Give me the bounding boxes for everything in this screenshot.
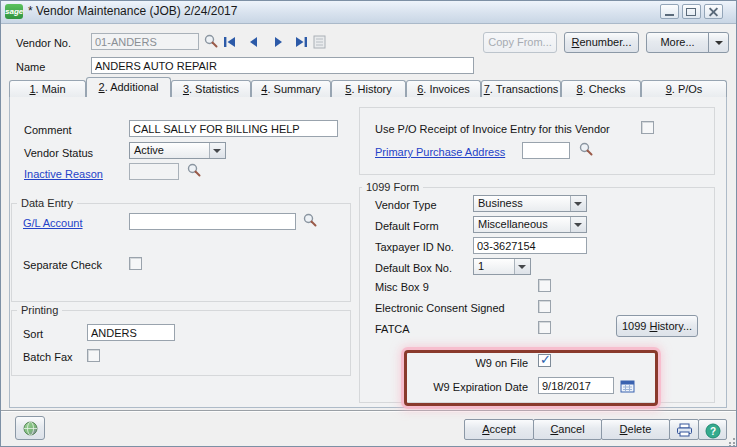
copy-from-button[interactable]: Copy From...: [483, 32, 557, 53]
window-title: * Vendor Maintenance (JOB) 2/24/2017: [28, 1, 237, 22]
electronic-consent-label: Electronic Consent Signed: [375, 302, 505, 315]
batch-fax-label: Batch Fax: [23, 351, 73, 364]
globe-icon: [22, 420, 39, 443]
comment-label: Comment: [24, 124, 72, 137]
chevron-down-icon: [570, 217, 586, 232]
batch-fax-checkbox[interactable]: [87, 349, 100, 362]
gl-account-link[interactable]: G/L Account: [23, 217, 83, 230]
close-button[interactable]: [704, 4, 723, 19]
last-record-icon[interactable]: [293, 36, 309, 50]
po-receipt-group: [359, 107, 715, 175]
maximize-icon: [686, 8, 696, 16]
tab-summary[interactable]: 4. Summary: [251, 80, 331, 97]
w9-on-file-checkbox[interactable]: ✓: [538, 354, 551, 367]
minimize-button[interactable]: [660, 4, 679, 19]
primary-purchase-address-link[interactable]: Primary Purchase Address: [375, 146, 505, 159]
default-box-no-select[interactable]: 1: [473, 258, 531, 275]
vendor-no-input[interactable]: [91, 33, 199, 50]
tab-history[interactable]: 5. History: [331, 80, 406, 97]
accept-button[interactable]: Accept: [464, 419, 534, 440]
first-record-icon[interactable]: [222, 36, 238, 50]
svg-text:?: ?: [710, 426, 716, 437]
electronic-consent-checkbox[interactable]: [538, 300, 551, 313]
vendor-no-label: Vendor No.: [16, 37, 71, 50]
primary-purchase-input[interactable]: [522, 142, 570, 159]
more-dropdown-button[interactable]: [708, 32, 729, 53]
resize-grip[interactable]: [727, 437, 736, 447]
form-1099-group-label: 1099 Form: [362, 181, 423, 194]
tab-invoices[interactable]: 6. Invoices: [406, 80, 481, 97]
cancel-button[interactable]: Cancel: [533, 419, 602, 440]
close-icon: [708, 7, 718, 17]
default-box-no-label: Default Box No.: [375, 262, 452, 275]
delete-button[interactable]: Delete: [601, 419, 670, 440]
minimize-icon: [665, 14, 674, 16]
printing-group-label: Printing: [17, 304, 62, 317]
default-form-value: Miscellaneous: [478, 218, 548, 230]
w9-expiration-date-input[interactable]: [538, 377, 614, 394]
separate-check-label: Separate Check: [23, 259, 102, 272]
help-icon: ?: [705, 423, 721, 445]
vendor-status-label: Vendor Status: [24, 147, 93, 160]
po-receipt-checkbox[interactable]: [641, 121, 654, 134]
gl-account-input[interactable]: [129, 213, 296, 230]
inactive-reason-lookup-icon[interactable]: [186, 162, 202, 180]
memo-icon[interactable]: [313, 35, 326, 51]
taxpayer-id-input[interactable]: [473, 237, 587, 254]
tab-label: 5. History: [345, 83, 391, 95]
default-form-select[interactable]: Miscellaneous: [473, 216, 587, 233]
tab-label: 9. P/Os: [666, 83, 703, 95]
name-input[interactable]: [91, 57, 474, 74]
tab-pos[interactable]: 9. P/Os: [641, 80, 727, 97]
more-button[interactable]: More...: [646, 32, 709, 53]
vendor-maintenance-window: sage * Vendor Maintenance (JOB) 2/24/201…: [0, 0, 737, 447]
check-icon: ✓: [540, 352, 551, 367]
vendor-status-select[interactable]: Active: [129, 142, 226, 159]
comment-input[interactable]: [129, 120, 338, 137]
tab-statistics[interactable]: 3. Statistics: [171, 80, 251, 97]
name-label: Name: [16, 61, 45, 74]
tab-label: 4. Summary: [261, 83, 320, 95]
po-receipt-label: Use P/O Receipt of Invoice Entry for thi…: [375, 123, 610, 136]
web-button[interactable]: [15, 416, 45, 440]
help-button[interactable]: ?: [698, 419, 727, 440]
history-1099-button[interactable]: 1099 History...: [616, 315, 698, 337]
vendor-type-select[interactable]: Business: [473, 195, 587, 212]
chevron-down-icon: [570, 196, 586, 211]
tab-label: 3. Statistics: [183, 83, 239, 95]
tab-label: 6. Invoices: [417, 83, 470, 95]
inactive-reason-input[interactable]: [129, 163, 179, 180]
taxpayer-id-label: Taxpayer ID No.: [375, 241, 454, 254]
tab-additional[interactable]: 2. Additional: [86, 77, 171, 97]
footer-divider: [1, 410, 736, 412]
calendar-icon[interactable]: [620, 379, 635, 395]
tab-main[interactable]: 1. Main: [9, 80, 86, 97]
previous-record-icon[interactable]: [246, 36, 262, 50]
w9-on-file-label: W9 on File: [421, 357, 528, 370]
fatca-label: FATCA: [375, 323, 410, 336]
sort-input[interactable]: [87, 324, 175, 341]
vendor-type-label: Vendor Type: [375, 199, 437, 212]
vendor-status-value: Active: [134, 144, 164, 156]
chevron-down-icon: [209, 143, 225, 158]
next-record-icon[interactable]: [270, 36, 286, 50]
printer-icon: [676, 423, 693, 443]
renumber-button[interactable]: Renumber...: [564, 32, 639, 53]
fatca-checkbox[interactable]: [538, 321, 551, 334]
maximize-button[interactable]: [682, 4, 701, 19]
gl-account-lookup-icon[interactable]: [302, 212, 318, 230]
vendor-type-value: Business: [478, 197, 523, 209]
separate-check-checkbox[interactable]: [129, 257, 142, 270]
sage-logo-icon: sage: [5, 4, 23, 19]
vendor-lookup-icon[interactable]: [203, 33, 219, 51]
misc-box9-checkbox[interactable]: [538, 279, 551, 292]
default-form-label: Default Form: [375, 220, 439, 233]
printing-group: Printing: [11, 310, 351, 376]
inactive-reason-link[interactable]: Inactive Reason: [24, 168, 103, 181]
tab-label: 2. Additional: [99, 81, 159, 93]
tab-transactions[interactable]: 7. Transactions: [481, 80, 561, 97]
print-button[interactable]: [669, 419, 699, 440]
w9-expiration-date-label: W9 Expiration Date: [421, 381, 528, 394]
primary-purchase-lookup-icon[interactable]: [578, 141, 594, 159]
tab-checks[interactable]: 8. Checks: [561, 80, 641, 97]
